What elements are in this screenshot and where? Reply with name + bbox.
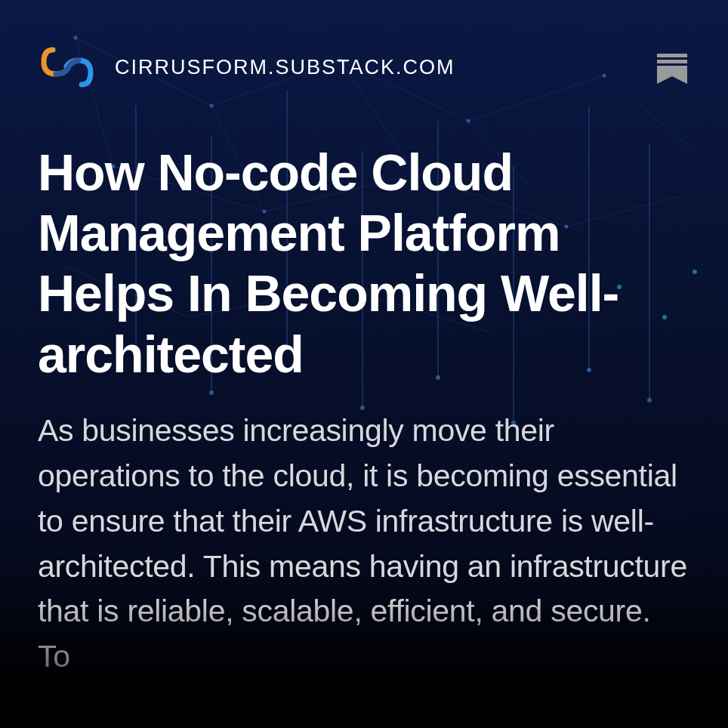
svg-rect-45	[657, 60, 687, 63]
article-body: As businesses increasingly move their op…	[38, 409, 690, 680]
header: CIRRUSFORM.SUBSTACK.COM	[38, 38, 690, 97]
content-wrapper: CIRRUSFORM.SUBSTACK.COM How No-code Clou…	[0, 0, 728, 728]
article-title: How No-code Cloud Management Platform He…	[38, 142, 690, 384]
header-left: CIRRUSFORM.SUBSTACK.COM	[38, 38, 455, 97]
svg-rect-44	[657, 54, 687, 57]
bookmark-icon[interactable]	[654, 49, 690, 85]
logo-icon	[38, 38, 97, 97]
domain-text: CIRRUSFORM.SUBSTACK.COM	[115, 56, 455, 79]
